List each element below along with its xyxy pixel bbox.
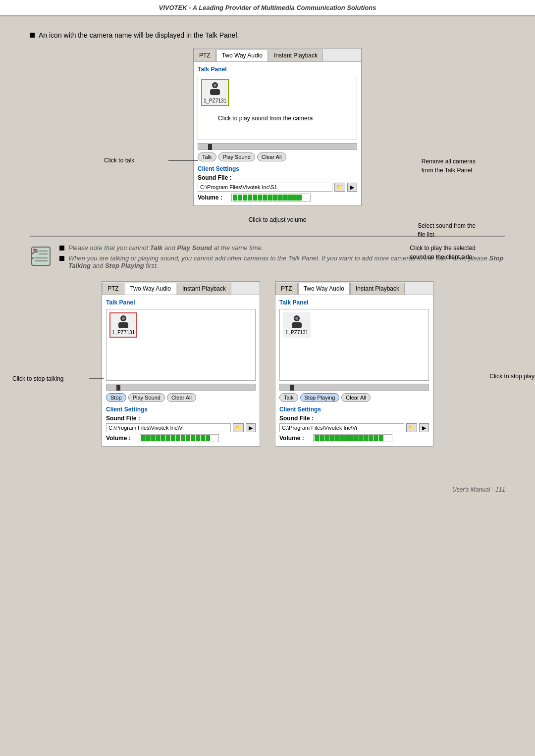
sound-file-row: 📁 ▶: [198, 183, 357, 192]
left-tab-playback[interactable]: Instant Playback: [177, 283, 231, 295]
left-folder-button[interactable]: 📁: [233, 423, 244, 432]
bullet-icon-3: [59, 256, 64, 261]
bullet-icon: [30, 33, 35, 38]
volume-bar[interactable]: [231, 194, 311, 202]
left-volume-bar[interactable]: [140, 434, 219, 442]
left-play-sound-button[interactable]: Play Sound: [128, 393, 165, 402]
play-sound-button[interactable]: Play Sound: [218, 152, 255, 161]
sound-file-input[interactable]: [198, 183, 332, 192]
folder-button[interactable]: 📁: [334, 183, 345, 192]
svg-rect-21: [292, 322, 302, 328]
camera-person-icon: [208, 82, 222, 97]
volume-block: [297, 195, 302, 201]
left-camera-label: 1_PZ7131: [112, 330, 135, 335]
talk-button[interactable]: Talk: [198, 152, 216, 161]
right-tab-two-way[interactable]: Two Way Audio: [298, 283, 350, 295]
left-sound-file-input[interactable]: [106, 423, 231, 432]
right-client-settings-label: Client Settings: [279, 406, 429, 413]
left-talk-area: 1_PZ7131: [106, 309, 256, 381]
left-camera-icon: [116, 315, 130, 329]
volume-block: [206, 435, 210, 441]
tab-instant-playback[interactable]: Instant Playback: [268, 50, 323, 61]
right-sound-file-input[interactable]: [279, 423, 404, 432]
volume-block: [146, 435, 151, 441]
camera-label: 1_PZ7131: [204, 98, 226, 103]
volume-block: [369, 435, 374, 441]
left-camera-icon-box[interactable]: 1_PZ7131: [109, 312, 137, 338]
left-volume-row: Volume :: [106, 434, 256, 442]
volume-block: [282, 195, 287, 201]
volume-block: [292, 195, 297, 201]
volume-block: [176, 435, 180, 441]
left-tab-ptz[interactable]: PTZ: [102, 283, 124, 295]
talk-panel-label: Talk Panel: [198, 66, 357, 73]
footer-text: User's Manual - 111: [452, 486, 505, 493]
camera-icon-box[interactable]: 1_PZ7131: [201, 79, 229, 106]
note1-talk: Talk: [150, 244, 163, 252]
volume-block: [201, 435, 205, 441]
volume-block: [141, 435, 146, 441]
left-clear-all-button[interactable]: Clear All: [167, 393, 196, 402]
right-sound-file-row: 📁 ▶: [279, 423, 429, 432]
right-tab-playback[interactable]: Instant Playback: [350, 283, 405, 295]
right-folder-button[interactable]: 📁: [406, 423, 417, 432]
volume-block: [349, 435, 354, 441]
right-camera-icon-box[interactable]: 1_PZ7131: [283, 312, 311, 338]
volume-block: [315, 435, 319, 441]
intro-bullet: An icon with the camera name will be dis…: [30, 31, 505, 39]
svg-rect-8: [32, 257, 34, 259]
volume-block: [258, 195, 262, 201]
tab-ptz[interactable]: PTZ: [194, 50, 216, 61]
right-stop-playing-button[interactable]: Stop Playing: [300, 393, 340, 402]
left-tab-two-way[interactable]: Two Way Audio: [125, 283, 176, 295]
right-clear-all-button[interactable]: Clear All: [341, 393, 371, 402]
volume-label: Volume :: [198, 194, 227, 201]
left-panel-col: PTZ Two Way Audio Instant Playback Talk …: [102, 281, 260, 447]
left-panel-ui: PTZ Two Way Audio Instant Playback Talk …: [102, 281, 260, 447]
right-panel-ui: PTZ Two Way Audio Instant Playback Talk …: [275, 281, 433, 447]
right-button-row: Talk Stop Playing Clear All: [279, 393, 429, 402]
note1-and: and: [162, 244, 177, 252]
left-panel-body: Talk Panel 1_PZ7131: [102, 295, 260, 446]
volume-block: [320, 435, 324, 441]
left-stop-button[interactable]: Stop: [106, 393, 126, 402]
right-volume-label: Volume :: [279, 435, 309, 442]
volume-block: [161, 435, 165, 441]
volume-block: [186, 435, 190, 441]
note1-end: at the same time.: [212, 244, 263, 252]
play-button[interactable]: ▶: [347, 183, 357, 192]
click-to-talk-annotation: Click to talk: [104, 157, 134, 164]
panel-body: Talk Panel: [194, 62, 361, 205]
main-slider[interactable]: [198, 143, 357, 150]
left-slider[interactable]: [106, 384, 256, 391]
volume-block: [233, 195, 237, 201]
two-panel-row: PTZ Two Way Audio Instant Playback Talk …: [30, 281, 505, 447]
left-slider-thumb: [116, 385, 120, 391]
notebook-icon: [30, 245, 52, 267]
left-play-button[interactable]: ▶: [246, 423, 256, 432]
tab-two-way-audio[interactable]: Two Way Audio: [216, 50, 268, 61]
volume-block: [181, 435, 185, 441]
right-talk-button[interactable]: Talk: [279, 393, 298, 402]
right-slider-thumb: [290, 385, 294, 391]
tab-bar: PTZ Two Way Audio Instant Playback: [194, 49, 361, 62]
volume-block: [156, 435, 160, 441]
volume-block: [171, 435, 175, 441]
volume-block: [324, 435, 329, 441]
volume-block: [191, 435, 195, 441]
volume-block: [339, 435, 344, 441]
right-volume-bar[interactable]: [313, 434, 392, 442]
intro-text: An icon with the camera name will be dis…: [39, 31, 239, 39]
slider-thumb: [208, 144, 212, 150]
right-panel-body: Talk Panel 1_PZ7131: [275, 295, 433, 446]
header-title: VIVOTEK - A Leading Provider of Multimed…: [159, 4, 376, 11]
volume-block: [287, 195, 292, 201]
right-tab-ptz[interactable]: PTZ: [275, 283, 298, 295]
annotation-arrow: [89, 378, 104, 379]
volume-block: [354, 435, 359, 441]
volume-block: [238, 195, 242, 201]
clear-all-button[interactable]: Clear All: [257, 152, 286, 161]
right-play-button[interactable]: ▶: [419, 423, 429, 432]
volume-block: [263, 195, 267, 201]
right-slider[interactable]: [279, 384, 429, 391]
